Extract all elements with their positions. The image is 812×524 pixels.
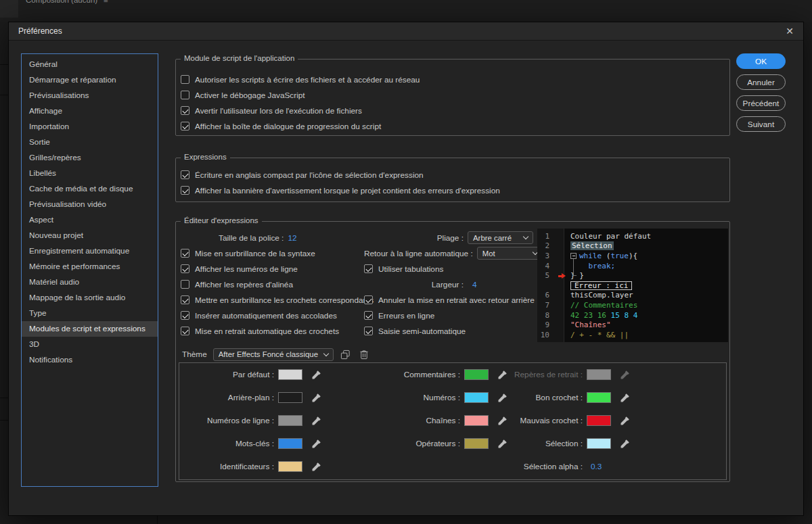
eyedropper-icon[interactable] [311, 369, 321, 380]
color-swatch[interactable] [587, 392, 611, 403]
eyedropper-icon[interactable] [497, 392, 508, 403]
color-swatch[interactable] [587, 369, 611, 380]
eyedropper-icon[interactable] [619, 415, 630, 426]
checkbox[interactable] [181, 249, 189, 258]
sidebar-item-type[interactable]: Type [22, 306, 158, 321]
sidebar-item-libelles[interactable]: Libellés [22, 166, 158, 181]
sidebar-item-memoire-et-performances[interactable]: Mémoire et performances [22, 259, 158, 275]
previous-button[interactable]: Précédent [736, 95, 786, 111]
eyedropper-icon[interactable] [311, 392, 321, 403]
checkbox-row[interactable]: Saisie semi-automatique [364, 323, 533, 339]
checkbox[interactable] [181, 122, 189, 130]
color-swatch[interactable] [278, 369, 302, 380]
checkbox[interactable] [181, 170, 189, 179]
checkbox-row[interactable]: Mise en surbrillance de la syntaxe [181, 245, 362, 261]
color-column-right-rows: Repères de retrait :Bon crochet :Mauvais… [512, 363, 634, 455]
sidebar-item-nouveau-projet[interactable]: Nouveau projet [22, 228, 158, 243]
checkbox[interactable] [364, 311, 373, 320]
sidebar-item-general[interactable]: Général [22, 57, 158, 72]
checkbox-row[interactable]: Activer le débogage JavaScript [181, 87, 724, 103]
folding-dropdown[interactable]: Arbre carré [468, 231, 533, 244]
checkbox-row[interactable]: Autoriser les scripts à écrire des fichi… [181, 72, 724, 87]
duplicate-theme-icon-button[interactable] [340, 348, 352, 360]
checkbox[interactable] [181, 295, 189, 304]
checkbox[interactable] [181, 106, 189, 115]
eyedropper-icon[interactable] [311, 415, 321, 426]
checkbox-row[interactable]: Écriture en anglais compact par l'icône … [181, 167, 724, 183]
eyedropper-icon[interactable] [497, 369, 508, 380]
code-line: 10/ + - * && || [537, 330, 728, 340]
color-swatch[interactable] [278, 415, 302, 426]
checkbox[interactable] [181, 280, 189, 289]
cancel-button[interactable]: Annuler [736, 74, 786, 90]
next-button[interactable]: Suivant [736, 116, 786, 132]
checkbox[interactable] [181, 91, 189, 99]
wrap-mode-dropdown[interactable]: Mot [477, 247, 543, 260]
checkbox-row[interactable]: Insérer automatiquement des accolades [181, 308, 362, 323]
checkbox-row[interactable]: Utiliser tabulations [364, 261, 533, 277]
sidebar-item-sortie[interactable]: Sortie [22, 135, 158, 150]
checkbox[interactable] [181, 327, 189, 335]
sidebar-item-3d[interactable]: 3D [22, 337, 158, 352]
checkbox[interactable] [181, 311, 189, 320]
sidebar-item-modules-de-script-et-expressions[interactable]: Modules de script et expressions [22, 321, 158, 337]
color-swatch[interactable] [464, 415, 489, 426]
checkbox-row[interactable]: Afficher les repères d'alinéa [181, 277, 362, 292]
sidebar-item-previsualisations[interactable]: Prévisualisations [22, 88, 158, 103]
close-icon[interactable]: ✕ [786, 26, 794, 36]
checkbox-row[interactable]: Annuler la mise en retrait avec retour a… [364, 292, 533, 308]
color-swatch[interactable] [587, 438, 611, 449]
color-swatch[interactable] [464, 438, 489, 449]
line-number: 10 [537, 331, 564, 339]
sidebar-item-affichage[interactable]: Affichage [22, 103, 158, 119]
color-swatch[interactable] [278, 461, 302, 472]
font-size-value[interactable]: 12 [288, 233, 296, 243]
checkbox[interactable] [181, 186, 189, 195]
checkbox[interactable] [181, 264, 189, 273]
sidebar-item-materiel-audio[interactable]: Matériel audio [22, 275, 158, 290]
checkbox[interactable] [364, 264, 373, 273]
tab-width-value[interactable]: 4 [468, 280, 533, 289]
color-swatch[interactable] [464, 392, 489, 403]
color-swatch[interactable] [464, 369, 489, 380]
checkbox-row[interactable]: Afficher la bannière d'avertissement lor… [181, 183, 724, 198]
color-swatch[interactable] [278, 392, 302, 403]
sidebar-item-mappage-de-la-sortie-audio[interactable]: Mappage de la sortie audio [22, 290, 158, 306]
ok-button[interactable]: OK [736, 53, 786, 69]
sidebar-item-enregistrement-automatique[interactable]: Enregistrement automatique [22, 243, 158, 259]
eyedropper-icon[interactable] [311, 438, 321, 449]
eyedropper-icon[interactable] [619, 438, 630, 449]
checkbox-row[interactable]: Mettre en surbrillance les crochets corr… [181, 292, 362, 308]
eyedropper-icon[interactable] [619, 369, 630, 380]
identificateurs-label: Identificateurs : [206, 462, 274, 471]
checkbox[interactable] [364, 327, 373, 335]
checkbox-row[interactable]: Afficher les numéros de ligne [181, 261, 362, 277]
sidebar-item-demarrage-et-reparation[interactable]: Démarrage et réparation [22, 72, 158, 88]
delete-theme-icon-button[interactable] [358, 348, 370, 360]
checkbox-row[interactable]: Avertir l'utilisateur lors de l'exécutio… [181, 103, 724, 118]
eyedropper-icon[interactable] [497, 415, 508, 426]
background-divider [0, 64, 8, 65]
theme-dropdown[interactable]: After Effects Foncé classique [213, 348, 334, 361]
selection-alpha-value[interactable]: 0.3 [591, 462, 602, 471]
largeur-label: Largeur : [364, 280, 464, 289]
line-number: 9 [537, 320, 564, 329]
section-title: Expressions [181, 153, 230, 161]
checkbox-row[interactable]: Afficher la boîte de dialogue de progres… [181, 118, 724, 134]
sidebar-item-aspect[interactable]: Aspect [22, 212, 158, 228]
checkbox[interactable] [364, 295, 373, 304]
sidebar-item-cache-de-media-et-de-disque[interactable]: Cache de média et de disque [22, 181, 158, 197]
sidebar-item-grilles-reperes[interactable]: Grilles/repères [22, 150, 158, 166]
color-swatch[interactable] [278, 438, 302, 449]
checkbox-row[interactable]: Mise en retrait automatique des crochets [181, 323, 362, 339]
checkbox-row[interactable]: Erreurs en ligne [364, 308, 533, 323]
eyedropper-icon[interactable] [497, 438, 508, 449]
checkbox[interactable] [181, 75, 189, 84]
eyedropper-icon[interactable] [619, 392, 630, 403]
dialog-titlebar[interactable]: Préférences ✕ [9, 22, 803, 41]
color-swatch[interactable] [587, 415, 611, 426]
sidebar-item-importation[interactable]: Importation [22, 119, 158, 135]
sidebar-item-notifications[interactable]: Notifications [22, 352, 158, 368]
sidebar-item-previsualisation-video[interactable]: Prévisualisation vidéo [22, 197, 158, 212]
eyedropper-icon[interactable] [311, 461, 321, 472]
